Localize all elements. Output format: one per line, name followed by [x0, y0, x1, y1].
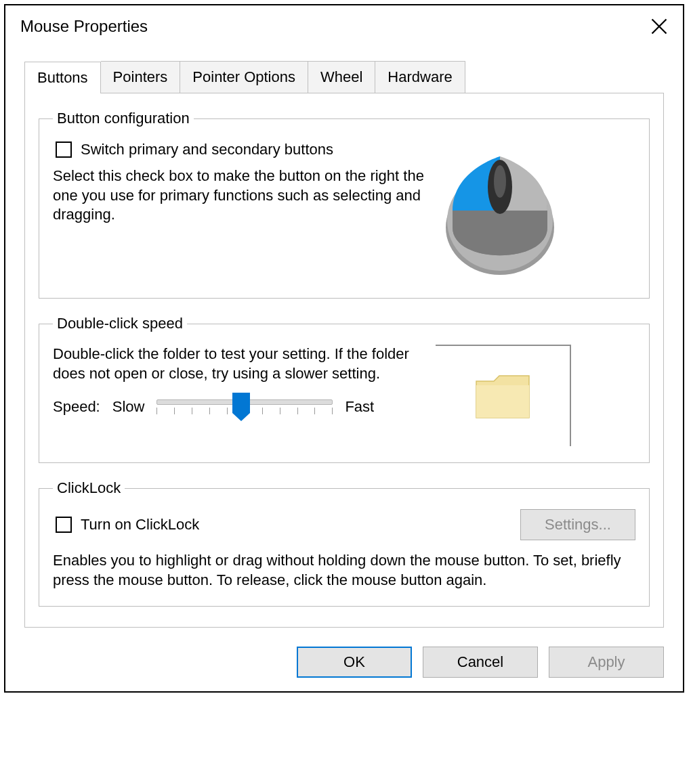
tab-panel: Button configuration Switch primary and …: [24, 93, 664, 628]
window-title: Mouse Properties: [20, 17, 148, 36]
double-click-description: Double-click the folder to test your set…: [53, 345, 432, 383]
slider-thumb[interactable]: [232, 393, 250, 413]
tab-pointers[interactable]: Pointers: [101, 61, 181, 93]
apply-button: Apply: [549, 647, 664, 678]
test-folder[interactable]: [436, 345, 571, 446]
speed-label: Speed:: [53, 398, 100, 416]
switch-buttons-checkbox[interactable]: Switch primary and secondary buttons: [53, 139, 432, 160]
tab-buttons[interactable]: Buttons: [24, 62, 101, 93]
dialog-button-row: OK Cancel Apply: [24, 647, 664, 678]
close-icon[interactable]: [648, 15, 671, 38]
ok-button[interactable]: OK: [297, 647, 412, 678]
tab-bar: Buttons Pointers Pointer Options Wheel H…: [24, 61, 664, 93]
clicklock-settings-button: Settings...: [520, 509, 635, 540]
switch-buttons-input[interactable]: [56, 141, 72, 158]
clicklock-label: Turn on ClickLock: [81, 516, 199, 533]
button-config-description: Select this check box to make the button…: [53, 167, 432, 225]
svg-point-5: [494, 165, 506, 198]
group-legend: Button configuration: [53, 110, 194, 127]
dialog-content: Buttons Pointers Pointer Options Wheel H…: [5, 61, 683, 691]
clicklock-checkbox[interactable]: Turn on ClickLock: [53, 515, 199, 535]
clicklock-input[interactable]: [56, 517, 72, 533]
double-click-slider[interactable]: [156, 399, 333, 414]
tab-wheel[interactable]: Wheel: [308, 61, 375, 93]
dialog-window: Mouse Properties Buttons Pointers Pointe…: [4, 4, 684, 693]
cancel-button[interactable]: Cancel: [423, 647, 538, 678]
slow-label: Slow: [112, 398, 145, 416]
group-double-click-speed: Double-click speed Double-click the fold…: [39, 315, 650, 463]
group-legend: Double-click speed: [53, 315, 187, 332]
fast-label: Fast: [345, 398, 374, 416]
clicklock-description: Enables you to highlight or drag without…: [53, 551, 635, 590]
switch-buttons-label: Switch primary and secondary buttons: [81, 141, 333, 158]
mouse-icon: [432, 139, 568, 282]
titlebar: Mouse Properties: [5, 5, 683, 47]
folder-icon: [472, 369, 533, 423]
tab-pointer-options[interactable]: Pointer Options: [180, 61, 308, 93]
group-legend: ClickLock: [53, 479, 125, 497]
group-clicklock: ClickLock Turn on ClickLock Settings... …: [39, 479, 650, 607]
tab-hardware[interactable]: Hardware: [375, 61, 465, 93]
group-button-configuration: Button configuration Switch primary and …: [39, 110, 650, 299]
